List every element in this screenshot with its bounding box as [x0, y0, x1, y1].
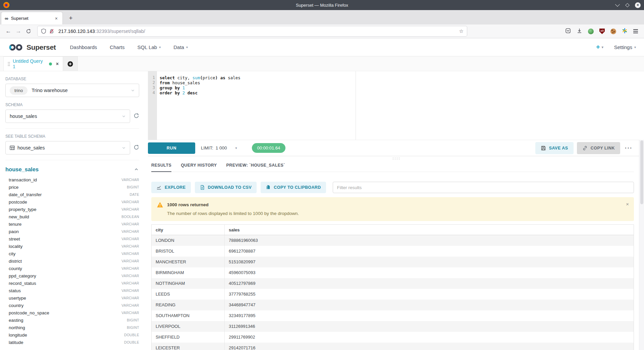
collapse-table-icon[interactable]: [134, 167, 139, 172]
forward-button[interactable]: →: [13, 28, 23, 35]
column-name: county: [9, 266, 22, 271]
window-titlebar: Superset — Mozilla Firefox ×: [0, 0, 644, 10]
tab-close-icon[interactable]: ×: [54, 15, 59, 22]
alert-close-icon[interactable]: ×: [626, 202, 629, 207]
column-row: latitudeDOUBLE: [5, 339, 139, 346]
results-tbody: LONDON788861960063BRISTOL69612708887MANC…: [152, 235, 634, 350]
shield-icon[interactable]: [41, 29, 46, 34]
drag-handle-icon[interactable]: [8, 62, 10, 66]
table-name-heading[interactable]: house_sales: [5, 166, 39, 173]
column-row: northingBIGINT: [5, 324, 139, 331]
cell-sales: 29142071716: [225, 343, 634, 350]
column-row: record_statusVARCHAR: [5, 279, 139, 287]
chevron-down-icon: ▾: [159, 45, 161, 49]
code-line: select city, sum(price) as sales: [160, 75, 644, 80]
nav-item-data[interactable]: Data▾: [173, 44, 188, 50]
window-close-icon[interactable]: ×: [635, 2, 641, 8]
column-name: district: [9, 259, 22, 264]
insecure-lock-icon[interactable]: [49, 29, 54, 34]
database-select[interactable]: trino Trino warehouse: [5, 84, 139, 97]
add-query-tab-button[interactable]: [63, 56, 78, 71]
new-item-button[interactable]: +▾: [596, 43, 603, 51]
limit-value: 1 000: [216, 145, 227, 150]
table-row: MANCHESTER51510820997: [152, 257, 634, 267]
column-name: record_status: [9, 281, 36, 286]
column-row: eastingBIGINT: [5, 316, 139, 324]
filter-results-input[interactable]: [333, 182, 634, 193]
window-maximize-icon[interactable]: [625, 3, 630, 7]
table-row: NOTTINGHAM40512797869: [152, 278, 634, 289]
save-as-button[interactable]: SAVE AS: [535, 142, 574, 154]
url-text[interactable]: 217.160.120.143:32393/superset/sqllab/: [58, 29, 145, 34]
alert-title: 1000 rows returned: [167, 202, 209, 207]
column-header-city[interactable]: city: [152, 225, 225, 235]
line-number: 2: [148, 80, 155, 85]
query-tab-active[interactable]: Untitled Query 1 ×: [3, 56, 63, 71]
extension-green-icon[interactable]: [588, 29, 594, 34]
code-line: from house_sales: [160, 80, 644, 85]
database-label: DATABASE: [5, 77, 139, 81]
copy-to-clipboard-button[interactable]: COPY TO CLIPBOARD: [261, 182, 326, 193]
explore-button[interactable]: EXPLORE: [151, 182, 191, 193]
column-type: VARCHAR: [121, 237, 139, 241]
column-header-sales[interactable]: sales: [225, 225, 634, 235]
tab-preview-house-sales[interactable]: PREVIEW: `HOUSE_SALES`: [226, 163, 285, 172]
sql-editor[interactable]: 1234 select city, sum(price) as salesfro…: [148, 71, 644, 140]
extension-pinwheel-icon[interactable]: [622, 28, 628, 35]
chevron-down-icon: ▾: [235, 146, 237, 150]
column-row: postcode_no_spaceVARCHAR: [5, 309, 139, 316]
table-row: READING34468947747: [152, 300, 634, 310]
column-type: VARCHAR: [121, 229, 139, 233]
editor-code[interactable]: select city, sum(price) as salesfrom hou…: [157, 71, 644, 140]
cookie-extension-icon[interactable]: [610, 29, 616, 34]
tab-query-history[interactable]: QUERY HISTORY: [181, 163, 217, 172]
cell-sales: 788861960063: [225, 235, 634, 246]
download-csv-button[interactable]: DOWNLOAD TO CSV: [195, 182, 257, 193]
results-panel: RESULTS QUERY HISTORY PREVIEW: `HOUSE_SA…: [148, 156, 644, 350]
sqllab-sidebar: DATABASE trino Trino warehouse SCHEMA ho…: [0, 71, 145, 350]
query-tab-close-icon[interactable]: ×: [56, 61, 59, 67]
pocket-icon[interactable]: [565, 28, 571, 35]
refresh-table-schema-icon[interactable]: [133, 144, 139, 151]
superset-brand[interactable]: Superset: [8, 43, 56, 51]
tab-results[interactable]: RESULTS: [151, 163, 171, 172]
cell-sales: 29911769902: [225, 332, 634, 343]
downloads-icon[interactable]: [577, 28, 582, 35]
run-button[interactable]: RUN: [148, 142, 195, 154]
cell-sales: 34468947747: [225, 300, 634, 310]
browser-toolbar: ← → 217.160.120.143:32393/superset/sqlla…: [0, 25, 644, 38]
query-timer-badge: 00:00:01.64: [252, 143, 286, 153]
superset-logo-icon: [8, 43, 23, 51]
column-type: DOUBLE: [124, 333, 139, 337]
more-actions-button[interactable]: ···: [625, 145, 633, 151]
nav-item-dashboards[interactable]: Dashboards: [70, 44, 97, 50]
nav-item-charts[interactable]: Charts: [110, 44, 124, 50]
reload-button[interactable]: [23, 29, 34, 34]
nav-item-sql-lab[interactable]: SQL Lab▾: [138, 44, 161, 50]
column-name: ppd_category: [9, 273, 36, 278]
menu-hamburger-icon[interactable]: [633, 31, 638, 32]
settings-menu[interactable]: Settings▾: [614, 44, 636, 50]
column-type: VARCHAR: [121, 207, 139, 211]
url-bar[interactable]: 217.160.120.143:32393/superset/sqllab/ ☆: [38, 26, 467, 36]
back-button[interactable]: ←: [3, 28, 13, 35]
scrollbar-thumb[interactable]: [640, 140, 643, 204]
cell-city: MANCHESTER: [152, 257, 225, 267]
table-schema-select[interactable]: house_sales: [5, 141, 130, 155]
alert-message: The number of rows displayed is limited …: [167, 211, 629, 216]
schema-select[interactable]: house_sales: [5, 110, 130, 123]
refresh-schema-icon[interactable]: [133, 113, 139, 120]
ublock-origin-icon[interactable]: uO: [599, 29, 605, 34]
resize-handle-icon[interactable]: [392, 157, 400, 160]
column-name: price: [9, 185, 18, 190]
table-row: BIRMINGHAM45960075093: [152, 267, 634, 278]
copy-link-button[interactable]: COPY LINK: [577, 142, 620, 154]
column-type: BIGINT: [127, 325, 139, 330]
limit-dropdown[interactable]: LIMIT: 1 000 ▾: [201, 145, 237, 150]
column-row: postcodeVARCHAR: [5, 198, 139, 206]
scrollbar[interactable]: [639, 140, 644, 350]
new-tab-button[interactable]: +: [65, 12, 76, 24]
divider: [5, 128, 139, 129]
bookmark-star-icon[interactable]: ☆: [459, 28, 464, 34]
browser-tab[interactable]: ∞ Superset ×: [1, 12, 62, 25]
